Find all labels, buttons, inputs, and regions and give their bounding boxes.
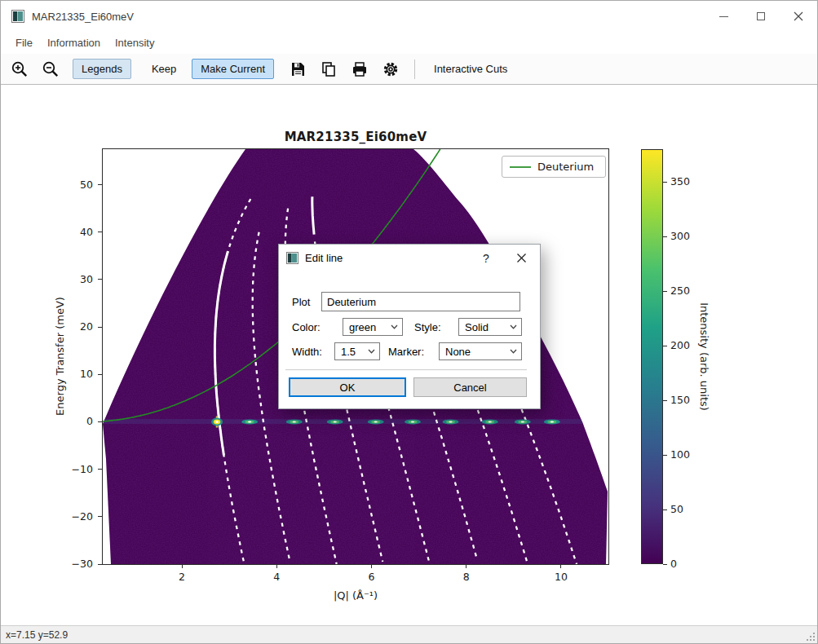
dialog-title: Edit line [305,252,469,264]
colorbar-tick-label: 200 [670,338,700,352]
maximize-button[interactable] [742,1,780,32]
y-tick-mark [98,374,103,375]
y-tick-label: 20 [51,320,93,333]
x-tick-label: 4 [260,570,293,584]
title-bar: MAR21335_Ei60meV [1,1,817,32]
y-tick-mark [98,564,103,565]
colorbar-tick-label: 100 [670,448,700,461]
print-icon [351,60,369,78]
colorbar [641,149,663,564]
chevron-down-icon [510,324,517,329]
edit-line-dialog: Edit line ? Plot Color: green Style: [278,244,541,409]
resize-grip-icon[interactable] [805,631,816,642]
elastic-peak-center [411,421,414,423]
maximize-icon [757,12,765,20]
menu-information[interactable]: Information [40,34,108,51]
style-label: Style: [414,321,452,333]
color-label: Color: [292,321,343,333]
copy-button[interactable] [316,57,341,82]
y-tick-label: 0 [51,414,93,428]
chevron-down-icon [510,349,517,354]
chevron-down-icon [391,324,398,329]
colorbar-tick-label: 150 [670,393,700,407]
y-tick-label: 30 [51,272,93,286]
y-tick-mark [98,469,103,470]
y-tick-mark [98,327,103,328]
copy-icon [320,60,338,78]
menu-file[interactable]: File [8,34,40,51]
x-tick-mark [466,564,466,568]
zoom-in-button[interactable] [7,57,32,82]
x-tick-mark [182,564,183,568]
toolbar-icon-group [285,57,403,82]
elastic-peak-center [550,421,554,423]
close-button[interactable] [780,1,817,32]
elastic-peak-center [293,421,296,423]
marker-value: None [445,346,471,358]
plot-legend: Deuterium [502,156,606,178]
colorbar-tick-mark [663,564,667,565]
chevron-down-icon [368,349,375,354]
width-value: 1.5 [341,346,356,358]
colorbar-tick-label: 350 [670,174,700,188]
colorbar-tick-mark [663,400,667,401]
y-tick-label: −10 [51,462,93,476]
dialog-close-button[interactable] [503,245,540,271]
dialog-separator [285,369,527,371]
ok-button[interactable]: OK [289,377,406,397]
style-value: Solid [465,321,489,333]
elastic-peak-center [449,421,452,423]
close-icon [794,11,803,21]
plot-name-input[interactable] [321,292,520,311]
zoom-out-button[interactable] [38,57,63,82]
print-button[interactable] [347,57,372,82]
dialog-close-icon [517,254,526,262]
x-tick-mark [276,564,277,568]
menu-intensity[interactable]: Intensity [108,34,161,51]
elastic-peak-center [521,421,524,423]
legends-button[interactable]: Legends [73,59,131,79]
style-select[interactable]: Solid [458,318,522,336]
toolbar: Legends Keep Make Current [1,54,817,85]
width-label: Width: [292,346,334,358]
dialog-icon [286,252,298,264]
colorbar-tick-mark [663,509,667,510]
zoom-in-icon [10,60,29,79]
plot-title: MAR21335_Ei60meV [103,130,608,144]
marker-label: Marker: [388,346,434,358]
minimize-button[interactable] [705,1,742,32]
x-tick-mark [560,564,561,568]
status-bar: x=7.15 y=52.9 [1,625,817,643]
width-select[interactable]: 1.5 [334,342,380,360]
x-tick-label: 8 [450,570,483,584]
y-tick-label: −20 [51,509,93,523]
interactive-cuts-button[interactable]: Interactive Cuts [425,59,516,79]
color-select[interactable]: green [343,318,403,336]
save-icon [289,60,307,78]
colorbar-tick-mark [663,236,667,237]
dialog-help-button[interactable]: ? [469,245,503,271]
marker-select[interactable]: None [439,342,522,360]
y-tick-mark [98,232,103,232]
y-tick-mark [98,279,103,280]
elastic-peak-center [215,421,219,423]
y-tick-label: 40 [51,225,93,239]
colorbar-tick-mark [663,455,667,456]
app-icon [11,10,24,23]
cancel-button[interactable]: Cancel [413,377,527,397]
keep-button[interactable]: Keep [143,59,185,79]
make-current-button[interactable]: Make Current [192,59,274,79]
x-axis-label: |Q| (Å⁻¹) [103,589,608,602]
settings-button[interactable] [378,57,403,82]
zoom-out-icon [41,60,60,79]
y-tick-mark [98,184,103,185]
plot-field-label: Plot [292,296,321,308]
cursor-coordinates: x=7.15 y=52.9 [6,629,68,641]
y-tick-label: 10 [51,367,93,381]
save-button[interactable] [285,57,310,82]
x-tick-label: 6 [355,570,387,584]
colorbar-tick-mark [663,182,667,183]
elastic-peak-center [374,421,378,423]
x-tick-label: 2 [166,570,198,584]
elastic-peak-center [334,421,337,423]
